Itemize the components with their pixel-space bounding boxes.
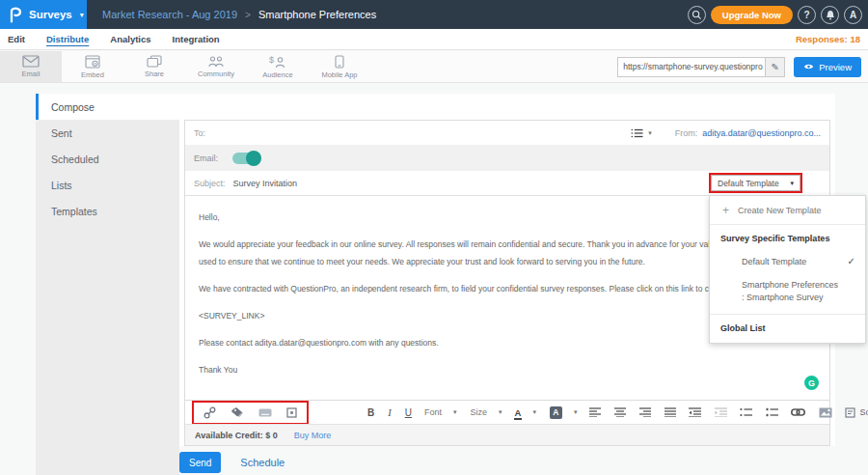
grammarly-badge[interactable]: G	[804, 376, 819, 390]
bulleted-list-icon	[740, 407, 752, 417]
top-bar-actions: Upgrade Now ? A	[688, 6, 868, 24]
top-bar: Surveys ▾ Market Research - Aug 2019 > S…	[0, 0, 868, 29]
search-icon	[692, 10, 702, 20]
embed-icon	[85, 55, 100, 69]
available-credit-label: Available Credit: $ 0	[195, 431, 278, 440]
square-dot-icon	[286, 407, 297, 418]
from-email-value[interactable]: aditya.datar@questionpro.co...	[702, 128, 821, 138]
plus-icon: +	[722, 204, 729, 217]
email-toggle-label: Email:	[194, 154, 218, 163]
align-justify-button[interactable]	[665, 407, 676, 417]
insert-link-button[interactable]	[791, 408, 805, 416]
chevron-down-icon: ▾	[574, 408, 578, 416]
breadcrumb-folder[interactable]: Market Research - Aug 2019	[102, 9, 237, 20]
insert-email-field-button[interactable]	[258, 408, 272, 417]
editor-toolbar: B I U Font▾ Size▾ A▾ A▾	[185, 400, 829, 424]
search-button[interactable]	[688, 6, 706, 24]
global-list-header[interactable]: Global List	[710, 315, 865, 343]
align-right-button[interactable]	[639, 407, 651, 417]
upgrade-now-button[interactable]: Upgrade Now	[711, 6, 793, 24]
preview-button[interactable]: Preview	[794, 57, 861, 77]
template-select[interactable]: Default Template ▾	[711, 175, 800, 191]
buy-more-link[interactable]: Buy More	[294, 431, 332, 440]
sidebar-item-scheduled[interactable]: Scheduled	[36, 146, 179, 172]
sidebar-item-compose[interactable]: Compose	[36, 94, 179, 120]
insert-embed-button[interactable]	[286, 407, 297, 418]
decrease-indent-button[interactable]	[689, 407, 701, 417]
questionpro-logo-icon	[9, 7, 22, 23]
nav-analytics[interactable]: Analytics	[99, 34, 161, 44]
nav-distribute[interactable]: Distribute	[36, 34, 99, 44]
breadcrumb-separator: >	[245, 10, 251, 20]
channel-tab-audience[interactable]: $ Audience	[247, 51, 309, 82]
subject-row: Subject: Survey Invitation Default Templ…	[185, 171, 829, 196]
insert-image-button[interactable]	[819, 407, 832, 418]
email-toggle[interactable]	[232, 153, 260, 164]
bulleted-list-button[interactable]	[740, 407, 752, 417]
send-button[interactable]: Send	[179, 452, 221, 473]
outdent-icon	[689, 407, 701, 417]
community-icon	[207, 55, 225, 68]
chevron-down-icon: ▾	[790, 180, 794, 187]
breadcrumb-survey-name[interactable]: Smartphone Preferences	[258, 9, 376, 20]
nav-edit[interactable]: Edit	[0, 34, 36, 44]
avatar[interactable]: A	[844, 6, 862, 24]
channel-tab-embed[interactable]: Embed	[62, 51, 123, 82]
size-select[interactable]: Size▾	[471, 407, 502, 417]
align-center-button[interactable]	[614, 407, 626, 417]
pencil-icon: ✎	[772, 62, 779, 72]
increase-indent-button[interactable]	[715, 407, 727, 417]
to-label: To:	[194, 128, 205, 138]
email-sidebar: Compose Sent Scheduled Lists Templates	[36, 94, 179, 475]
insert-survey-link-button[interactable]	[203, 406, 216, 419]
numbered-list-icon	[766, 407, 778, 417]
merge-tools-group-highlighted	[194, 403, 307, 423]
link-icon	[791, 408, 805, 416]
italic-button[interactable]: I	[388, 407, 392, 418]
breadcrumb: Market Research - Aug 2019 > Smartphone …	[102, 9, 376, 20]
channel-tab-email[interactable]: Email	[0, 51, 62, 82]
edit-url-button[interactable]: ✎	[765, 58, 784, 76]
source-icon	[845, 407, 855, 418]
to-row[interactable]: To: ▾ From: aditya.datar@questionpro.co.…	[185, 121, 829, 145]
help-button[interactable]: ?	[798, 6, 816, 24]
source-button[interactable]: Source	[845, 407, 868, 418]
chevron-down-icon[interactable]: ▾	[648, 129, 652, 137]
distribute-channel-bar: Email Embed Share Community $ Audience M…	[0, 51, 868, 83]
email-icon	[22, 55, 40, 68]
sidebar-item-templates[interactable]: Templates	[36, 198, 179, 224]
default-template-option[interactable]: Default Template ✓	[710, 248, 865, 272]
channel-tab-share[interactable]: Share	[123, 51, 185, 82]
align-justify-icon	[665, 407, 676, 417]
check-icon: ✓	[848, 256, 855, 266]
template-dropdown-menu: + Create New Template Survey Specific Te…	[709, 195, 866, 344]
align-right-icon	[639, 407, 651, 417]
survey-url-value[interactable]: https://smartphone-survey.questionpro	[618, 58, 765, 76]
text-color-button[interactable]: A▾	[515, 407, 536, 418]
create-new-template-item[interactable]: + Create New Template	[710, 196, 865, 225]
smartphone-preferences-option[interactable]: Smartphone Preferences : Smartphone Surv…	[710, 272, 865, 314]
align-left-button[interactable]	[589, 407, 601, 417]
schedule-link[interactable]: Schedule	[240, 457, 285, 468]
background-color-button[interactable]: A▾	[550, 406, 578, 419]
surveys-product-menu[interactable]: Surveys ▾	[0, 0, 87, 29]
svg-text:$: $	[269, 55, 274, 65]
bold-button[interactable]: B	[367, 407, 374, 418]
font-select[interactable]: Font▾	[424, 407, 457, 417]
nav-integration[interactable]: Integration	[162, 34, 231, 44]
subject-label: Subject:	[194, 179, 226, 188]
subject-value[interactable]: Survey Invitation	[233, 179, 298, 188]
image-icon	[819, 407, 832, 418]
select-list-icon[interactable]	[631, 128, 643, 138]
notifications-button[interactable]	[821, 6, 839, 24]
channel-tab-mobile-app[interactable]: Mobile App	[309, 51, 370, 82]
sidebar-item-sent[interactable]: Sent	[36, 120, 179, 146]
survey-url-group: https://smartphone-survey.questionpro ✎ …	[617, 51, 868, 82]
survey-url-box: https://smartphone-survey.questionpro ✎	[617, 57, 785, 77]
channel-tab-community[interactable]: Community	[185, 51, 247, 82]
numbered-list-button[interactable]	[766, 407, 778, 417]
insert-tag-button[interactable]	[231, 406, 244, 418]
sidebar-item-lists[interactable]: Lists	[36, 172, 179, 198]
underline-button[interactable]: U	[405, 407, 412, 418]
body-line: Thank You	[199, 361, 816, 378]
